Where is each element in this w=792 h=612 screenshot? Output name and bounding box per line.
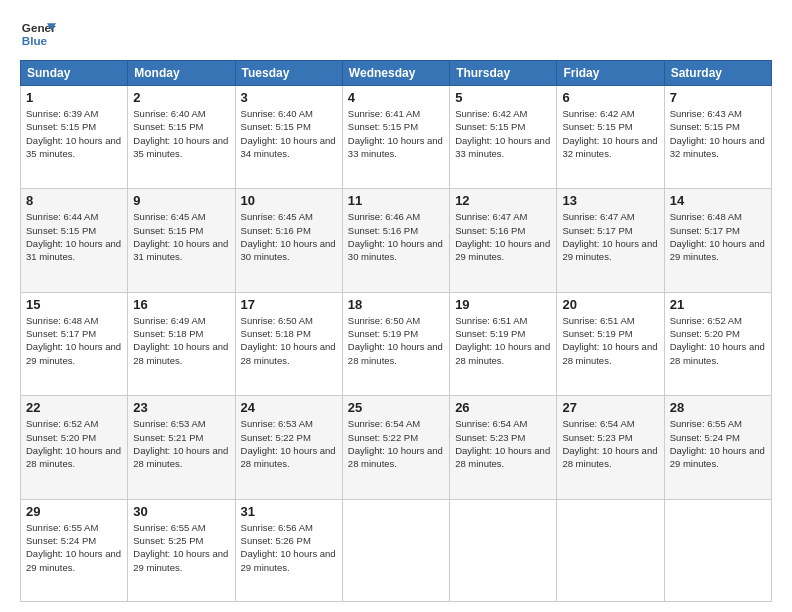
day-number: 3 <box>241 90 337 105</box>
day-number: 19 <box>455 297 551 312</box>
calendar-cell: 25 Sunrise: 6:54 AM Sunset: 5:22 PM Dayl… <box>342 396 449 499</box>
day-number: 28 <box>670 400 766 415</box>
calendar-week-row: 22 Sunrise: 6:52 AM Sunset: 5:20 PM Dayl… <box>21 396 772 499</box>
day-number: 15 <box>26 297 122 312</box>
day-info: Sunrise: 6:50 AM Sunset: 5:18 PM Dayligh… <box>241 314 337 367</box>
day-number: 6 <box>562 90 658 105</box>
day-number: 18 <box>348 297 444 312</box>
day-number: 22 <box>26 400 122 415</box>
calendar-cell: 24 Sunrise: 6:53 AM Sunset: 5:22 PM Dayl… <box>235 396 342 499</box>
calendar-cell: 6 Sunrise: 6:42 AM Sunset: 5:15 PM Dayli… <box>557 86 664 189</box>
weekday-header: Sunday <box>21 61 128 86</box>
calendar-cell: 30 Sunrise: 6:55 AM Sunset: 5:25 PM Dayl… <box>128 499 235 601</box>
calendar-cell: 12 Sunrise: 6:47 AM Sunset: 5:16 PM Dayl… <box>450 189 557 292</box>
day-number: 20 <box>562 297 658 312</box>
calendar-cell: 21 Sunrise: 6:52 AM Sunset: 5:20 PM Dayl… <box>664 292 771 395</box>
weekday-header: Wednesday <box>342 61 449 86</box>
calendar-week-row: 29 Sunrise: 6:55 AM Sunset: 5:24 PM Dayl… <box>21 499 772 601</box>
calendar-cell <box>342 499 449 601</box>
calendar-cell: 13 Sunrise: 6:47 AM Sunset: 5:17 PM Dayl… <box>557 189 664 292</box>
calendar-table: SundayMondayTuesdayWednesdayThursdayFrid… <box>20 60 772 602</box>
day-info: Sunrise: 6:49 AM Sunset: 5:18 PM Dayligh… <box>133 314 229 367</box>
calendar-cell: 20 Sunrise: 6:51 AM Sunset: 5:19 PM Dayl… <box>557 292 664 395</box>
day-number: 26 <box>455 400 551 415</box>
calendar-header-row: SundayMondayTuesdayWednesdayThursdayFrid… <box>21 61 772 86</box>
day-info: Sunrise: 6:39 AM Sunset: 5:15 PM Dayligh… <box>26 107 122 160</box>
calendar-body: 1 Sunrise: 6:39 AM Sunset: 5:15 PM Dayli… <box>21 86 772 602</box>
day-number: 2 <box>133 90 229 105</box>
calendar-week-row: 8 Sunrise: 6:44 AM Sunset: 5:15 PM Dayli… <box>21 189 772 292</box>
day-number: 27 <box>562 400 658 415</box>
day-info: Sunrise: 6:50 AM Sunset: 5:19 PM Dayligh… <box>348 314 444 367</box>
day-info: Sunrise: 6:48 AM Sunset: 5:17 PM Dayligh… <box>26 314 122 367</box>
logo-icon: General Blue <box>20 16 56 52</box>
day-number: 8 <box>26 193 122 208</box>
day-info: Sunrise: 6:44 AM Sunset: 5:15 PM Dayligh… <box>26 210 122 263</box>
day-number: 24 <box>241 400 337 415</box>
day-info: Sunrise: 6:55 AM Sunset: 5:24 PM Dayligh… <box>670 417 766 470</box>
weekday-header: Tuesday <box>235 61 342 86</box>
day-info: Sunrise: 6:41 AM Sunset: 5:15 PM Dayligh… <box>348 107 444 160</box>
day-info: Sunrise: 6:48 AM Sunset: 5:17 PM Dayligh… <box>670 210 766 263</box>
day-info: Sunrise: 6:52 AM Sunset: 5:20 PM Dayligh… <box>26 417 122 470</box>
calendar-cell: 4 Sunrise: 6:41 AM Sunset: 5:15 PM Dayli… <box>342 86 449 189</box>
day-number: 29 <box>26 504 122 519</box>
header: General Blue <box>20 16 772 52</box>
calendar-week-row: 1 Sunrise: 6:39 AM Sunset: 5:15 PM Dayli… <box>21 86 772 189</box>
day-number: 12 <box>455 193 551 208</box>
day-info: Sunrise: 6:52 AM Sunset: 5:20 PM Dayligh… <box>670 314 766 367</box>
day-info: Sunrise: 6:54 AM Sunset: 5:23 PM Dayligh… <box>562 417 658 470</box>
calendar-cell: 29 Sunrise: 6:55 AM Sunset: 5:24 PM Dayl… <box>21 499 128 601</box>
day-number: 13 <box>562 193 658 208</box>
day-number: 17 <box>241 297 337 312</box>
calendar-cell: 10 Sunrise: 6:45 AM Sunset: 5:16 PM Dayl… <box>235 189 342 292</box>
day-number: 30 <box>133 504 229 519</box>
calendar-cell: 26 Sunrise: 6:54 AM Sunset: 5:23 PM Dayl… <box>450 396 557 499</box>
calendar-cell: 17 Sunrise: 6:50 AM Sunset: 5:18 PM Dayl… <box>235 292 342 395</box>
calendar-cell: 28 Sunrise: 6:55 AM Sunset: 5:24 PM Dayl… <box>664 396 771 499</box>
day-number: 16 <box>133 297 229 312</box>
calendar-cell <box>557 499 664 601</box>
calendar-cell: 14 Sunrise: 6:48 AM Sunset: 5:17 PM Dayl… <box>664 189 771 292</box>
day-number: 25 <box>348 400 444 415</box>
day-number: 7 <box>670 90 766 105</box>
day-number: 10 <box>241 193 337 208</box>
day-number: 14 <box>670 193 766 208</box>
calendar-cell: 1 Sunrise: 6:39 AM Sunset: 5:15 PM Dayli… <box>21 86 128 189</box>
logo: General Blue <box>20 16 56 52</box>
day-info: Sunrise: 6:51 AM Sunset: 5:19 PM Dayligh… <box>455 314 551 367</box>
day-info: Sunrise: 6:42 AM Sunset: 5:15 PM Dayligh… <box>455 107 551 160</box>
calendar-cell: 19 Sunrise: 6:51 AM Sunset: 5:19 PM Dayl… <box>450 292 557 395</box>
calendar-cell: 23 Sunrise: 6:53 AM Sunset: 5:21 PM Dayl… <box>128 396 235 499</box>
weekday-header: Friday <box>557 61 664 86</box>
calendar-cell: 27 Sunrise: 6:54 AM Sunset: 5:23 PM Dayl… <box>557 396 664 499</box>
day-number: 31 <box>241 504 337 519</box>
day-number: 5 <box>455 90 551 105</box>
day-number: 11 <box>348 193 444 208</box>
weekday-header: Monday <box>128 61 235 86</box>
day-info: Sunrise: 6:53 AM Sunset: 5:21 PM Dayligh… <box>133 417 229 470</box>
calendar-cell: 18 Sunrise: 6:50 AM Sunset: 5:19 PM Dayl… <box>342 292 449 395</box>
day-info: Sunrise: 6:43 AM Sunset: 5:15 PM Dayligh… <box>670 107 766 160</box>
day-info: Sunrise: 6:47 AM Sunset: 5:17 PM Dayligh… <box>562 210 658 263</box>
calendar-cell: 2 Sunrise: 6:40 AM Sunset: 5:15 PM Dayli… <box>128 86 235 189</box>
svg-text:Blue: Blue <box>22 34 48 47</box>
day-number: 4 <box>348 90 444 105</box>
weekday-header: Saturday <box>664 61 771 86</box>
day-info: Sunrise: 6:40 AM Sunset: 5:15 PM Dayligh… <box>241 107 337 160</box>
day-info: Sunrise: 6:51 AM Sunset: 5:19 PM Dayligh… <box>562 314 658 367</box>
day-info: Sunrise: 6:42 AM Sunset: 5:15 PM Dayligh… <box>562 107 658 160</box>
calendar-cell <box>664 499 771 601</box>
day-info: Sunrise: 6:55 AM Sunset: 5:24 PM Dayligh… <box>26 521 122 574</box>
day-number: 9 <box>133 193 229 208</box>
day-number: 23 <box>133 400 229 415</box>
calendar-cell <box>450 499 557 601</box>
calendar-week-row: 15 Sunrise: 6:48 AM Sunset: 5:17 PM Dayl… <box>21 292 772 395</box>
day-info: Sunrise: 6:46 AM Sunset: 5:16 PM Dayligh… <box>348 210 444 263</box>
calendar-page: General Blue SundayMondayTuesdayWednesda… <box>0 0 792 612</box>
calendar-cell: 31 Sunrise: 6:56 AM Sunset: 5:26 PM Dayl… <box>235 499 342 601</box>
calendar-cell: 15 Sunrise: 6:48 AM Sunset: 5:17 PM Dayl… <box>21 292 128 395</box>
weekday-header: Thursday <box>450 61 557 86</box>
day-info: Sunrise: 6:54 AM Sunset: 5:23 PM Dayligh… <box>455 417 551 470</box>
day-number: 1 <box>26 90 122 105</box>
